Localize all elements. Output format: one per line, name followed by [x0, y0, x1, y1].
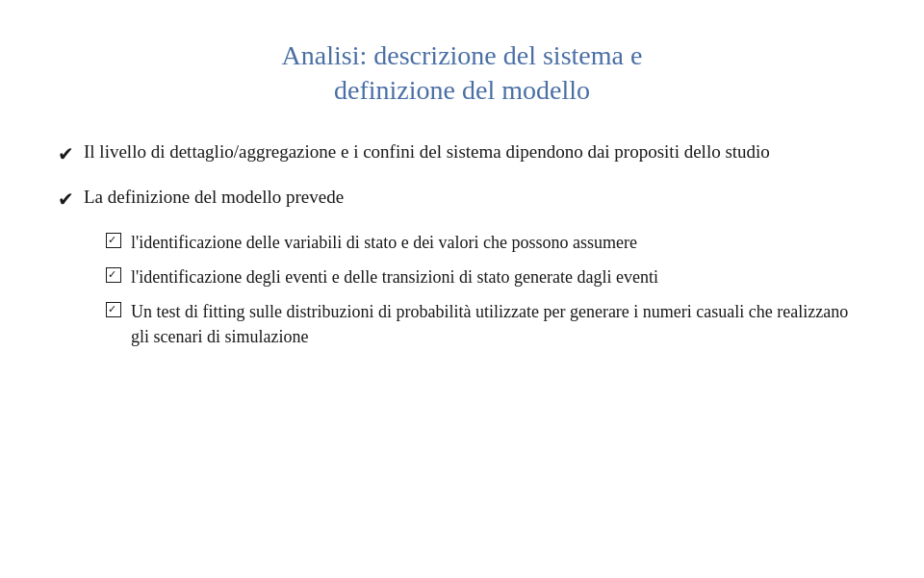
checkbox-icon-3 [106, 302, 121, 317]
title-line1: Analisi: descrizione del sistema e [282, 40, 643, 70]
sub-bullet-2-text: l'identificazione degli eventi e delle t… [131, 264, 658, 289]
main-bullet-1-text: Il livello di dettaglio/aggregazione e i… [84, 139, 770, 165]
sub-bullet-1-text: l'identificazione delle variabili di sta… [131, 230, 637, 255]
sub-bullet-3-text: Un test di fitting sulle distribuzioni d… [131, 299, 866, 349]
main-bullet-1: ✔ Il livello di dettaglio/aggregazione e… [58, 139, 866, 167]
main-bullet-2-text: La definizione del modello prevede [84, 185, 344, 211]
title-block: Analisi: descrizione del sistema e defin… [58, 38, 866, 109]
sub-bullet-3: Un test di fitting sulle distribuzioni d… [106, 299, 866, 349]
title-line2: definizione del modello [334, 75, 590, 105]
checkmark-icon-2: ✔ [58, 186, 74, 213]
checkmark-icon-1: ✔ [58, 140, 74, 167]
checkbox-icon-1 [106, 233, 121, 248]
sub-bullet-2: l'identificazione degli eventi e delle t… [106, 264, 866, 289]
main-bullet-2: ✔ La definizione del modello prevede [58, 185, 866, 213]
sub-bullets: l'identificazione delle variabili di sta… [106, 230, 866, 349]
checkbox-icon-2 [106, 267, 121, 283]
slide: Analisi: descrizione del sistema e defin… [0, 0, 924, 578]
sub-bullet-1: l'identificazione delle variabili di sta… [106, 230, 866, 255]
bullet-section: ✔ Il livello di dettaglio/aggregazione e… [58, 139, 866, 359]
slide-title: Analisi: descrizione del sistema e defin… [58, 38, 866, 109]
